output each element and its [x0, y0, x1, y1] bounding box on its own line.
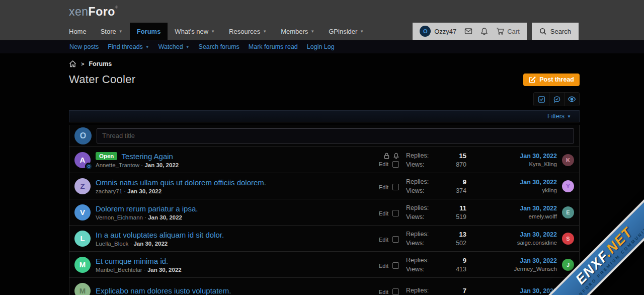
last-post-avatar[interactable]: S: [562, 233, 574, 245]
thread-title-input[interactable]: [97, 128, 574, 143]
replies-label: Replies:: [406, 231, 429, 238]
views-count: 870: [456, 161, 466, 168]
last-post-date[interactable]: Jan 30, 2022: [476, 179, 557, 186]
thread-list: O AO Open Testering Again Annette_Tranto…: [69, 125, 580, 295]
thread-title-link[interactable]: Dolorem rerum pariatur a ipsa.: [96, 204, 198, 213]
thread-start-date[interactable]: Jan 30, 2022: [127, 188, 162, 194]
thread-author-link[interactable]: Maribel_Bechtelar: [96, 267, 142, 273]
last-post-user[interactable]: saige.considine: [476, 240, 557, 246]
last-post-avatar[interactable]: Y: [562, 180, 574, 192]
thread-byline: Luella_Block · Jan 30, 2022: [96, 241, 370, 247]
thread-author-avatar[interactable]: M: [74, 283, 91, 295]
thread-title-link[interactable]: In a aut voluptates aliquam id sit dolor…: [96, 231, 224, 239]
thread-row: AO Open Testering Again Annette_Trantow …: [69, 147, 579, 173]
lock-icon: [384, 153, 389, 159]
replies-label: Replies:: [406, 287, 429, 294]
thread-author-link[interactable]: zachary71: [96, 188, 122, 194]
user-menu[interactable]: O Ozzy47: [420, 26, 456, 37]
last-post-user[interactable]: emely.wolff: [476, 213, 557, 219]
last-post-user[interactable]: ykling: [476, 187, 557, 193]
header-right: O Ozzy47 Cart Search: [413, 23, 579, 40]
user-name: Ozzy47: [434, 28, 456, 35]
logo-registered-mark: ®: [115, 5, 118, 10]
thread-author-avatar[interactable]: L: [74, 231, 91, 247]
thread-author-avatar[interactable]: AO: [74, 152, 91, 168]
alerts-bell-icon[interactable]: [480, 27, 488, 35]
thread-start-date[interactable]: Jan 30, 2022: [147, 267, 182, 273]
search-icon: [539, 28, 547, 35]
thread-select-checkbox[interactable]: [392, 210, 399, 216]
last-post-date[interactable]: Jan 30, 2022: [476, 257, 557, 264]
last-post-date[interactable]: Jan 30, 2022: [476, 153, 557, 160]
last-post-user[interactable]: Kyra_Kling: [476, 161, 557, 167]
subnav-search-forums[interactable]: Search forums: [194, 43, 244, 50]
last-post-date[interactable]: Jan 30, 2022: [476, 287, 557, 294]
watch-forum-button[interactable]: [564, 93, 579, 106]
thread-start-date[interactable]: Jan 30, 2022: [144, 162, 179, 168]
replies-label: Replies:: [406, 204, 429, 212]
subnav-login-log[interactable]: Login Log: [302, 43, 339, 50]
search-button[interactable]: Search: [532, 23, 579, 40]
site-header: xenForo® HomeStore▼ForumsWhat's new▼Reso…: [0, 0, 644, 40]
subnav-watched[interactable]: Watched▼: [154, 43, 194, 50]
last-post-avatar[interactable]: E: [562, 206, 574, 218]
replies-label: Replies:: [406, 152, 429, 160]
eye-icon: [568, 96, 576, 103]
thread-author-avatar[interactable]: M: [74, 257, 91, 273]
page-content: > Forums Water Cooler Post thread Filter…: [69, 60, 580, 295]
home-icon[interactable]: [69, 60, 76, 67]
last-post-date[interactable]: Jan 30, 2022: [476, 205, 557, 212]
thread-author-avatar[interactable]: V: [74, 204, 91, 220]
nav-gpinsider[interactable]: GPinsider▼: [321, 23, 371, 40]
post-thread-button[interactable]: Post thread: [523, 73, 580, 86]
thread-byline: zachary71 · Jan 30, 2022: [96, 188, 370, 194]
thread-prefix-badge[interactable]: Open: [96, 152, 117, 160]
quick-thread-composer: O: [69, 125, 579, 147]
filters-bar: Filters ▼: [69, 110, 580, 122]
thread-select-checkbox[interactable]: [392, 184, 399, 190]
new-chat-button[interactable]: [549, 93, 564, 106]
chevron-down-icon: ▼: [145, 45, 149, 49]
thread-select-checkbox[interactable]: [392, 161, 399, 168]
nav-forums[interactable]: Forums: [130, 23, 168, 40]
chevron-down-icon: ▼: [567, 114, 571, 119]
bell-icon: [393, 153, 399, 159]
filters-label: Filters: [547, 113, 565, 120]
thread-author-link[interactable]: Luella_Block: [96, 241, 128, 247]
thread-start-date[interactable]: Jan 30, 2022: [148, 214, 182, 220]
thread-title-link[interactable]: Omnis natus ullam quis ut dolorem offici…: [96, 178, 266, 187]
thread-title-link[interactable]: Et cumque minima id.: [96, 257, 168, 265]
nav-store[interactable]: Store▼: [94, 23, 130, 40]
subnav-new-posts[interactable]: New posts: [65, 43, 103, 50]
replies-count: 9: [463, 178, 466, 186]
nav-links: HomeStore▼ForumsWhat's new▼Resources▼Mem…: [62, 23, 371, 40]
select-threads-button[interactable]: [534, 93, 549, 106]
thread-select-checkbox[interactable]: [392, 262, 399, 269]
subnav-mark-forums-read[interactable]: Mark forums read: [244, 43, 302, 50]
subnav-find-threads[interactable]: Find threads▼: [103, 43, 153, 50]
last-post-user[interactable]: Jermey_Wunsch: [476, 266, 557, 272]
thread-select-checkbox[interactable]: [392, 288, 399, 295]
thread-author-link[interactable]: Vernon_Eichmann: [96, 214, 143, 220]
last-post-avatar[interactable]: K: [562, 154, 574, 166]
last-post-date[interactable]: Jan 30, 2022: [476, 231, 557, 238]
nav-what-s-new[interactable]: What's new▼: [168, 23, 222, 40]
thread-start-date[interactable]: Jan 30, 2022: [133, 241, 168, 247]
thread-title-link[interactable]: Explicabo nam dolores iusto voluptatem.: [96, 286, 231, 295]
last-post-avatar[interactable]: J: [562, 259, 574, 271]
thread-title-link[interactable]: Testering Again: [121, 152, 173, 161]
thread-select-checkbox[interactable]: [392, 236, 399, 243]
breadcrumb-forums-link[interactable]: Forums: [89, 60, 112, 67]
cart-button[interactable]: Cart: [496, 27, 520, 35]
site-logo[interactable]: xenForo®: [69, 5, 118, 19]
inbox-envelope-icon[interactable]: [464, 27, 472, 35]
thread-author-avatar[interactable]: Z: [74, 178, 91, 194]
nav-home[interactable]: Home: [62, 23, 94, 40]
nav-resources[interactable]: Resources▼: [222, 23, 274, 40]
check-square-icon: [538, 96, 545, 103]
filters-button[interactable]: Filters ▼: [547, 113, 571, 120]
thread-author-link[interactable]: Annette_Trantow: [96, 162, 139, 168]
chevron-down-icon: ▼: [211, 29, 215, 34]
edit-label: Edit: [379, 263, 388, 269]
nav-members[interactable]: Members▼: [274, 23, 321, 40]
